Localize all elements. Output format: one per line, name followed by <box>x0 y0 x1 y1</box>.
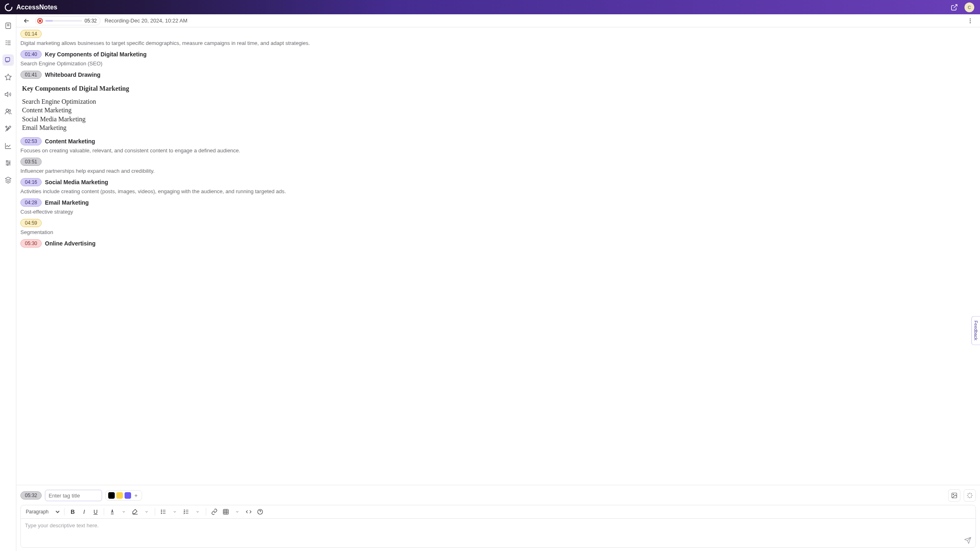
tag-color-picker: + <box>105 490 142 501</box>
more-menu-button[interactable] <box>966 17 974 25</box>
note-entry: 05:30Online Advertising <box>20 239 976 248</box>
note-entry: 02:53Content MarketingFocuses on creatin… <box>20 137 976 154</box>
entry-body: Activities include creating content (pos… <box>20 188 976 194</box>
entry-body: Segmentation <box>20 229 976 235</box>
rail-checklist-icon[interactable] <box>2 37 14 49</box>
rail-recording-icon[interactable] <box>2 54 14 66</box>
table-chevron-icon[interactable] <box>232 507 242 517</box>
image-insert-button[interactable] <box>948 489 960 502</box>
entry-title: Online Advertising <box>45 240 96 247</box>
entry-body: Focuses on creating valuable, relevant, … <box>20 147 976 154</box>
entry-title: Whiteboard Drawing <box>45 71 100 78</box>
notes-list: 01:14Digital marketing allows businesses… <box>16 27 980 485</box>
entry-title: Email Marketing <box>45 199 89 206</box>
svg-point-11 <box>953 494 954 495</box>
timestamp-chip[interactable]: 01:14 <box>20 30 42 38</box>
timestamp-chip[interactable]: 02:53 <box>20 137 42 145</box>
note-subheader: 05:32 Recording-Dec 20, 2024, 10:22 AM <box>16 14 980 27</box>
rail-audio-icon[interactable] <box>2 89 14 100</box>
timestamp-chip[interactable]: 04:28 <box>20 199 42 207</box>
timestamp-chip[interactable]: 04:16 <box>20 178 42 186</box>
svg-point-5 <box>9 163 10 164</box>
note-entry: 01:40Key Components of Digital Marketing… <box>20 50 976 67</box>
svg-point-13 <box>161 511 162 512</box>
timestamp-chip[interactable]: 05:30 <box>20 239 42 248</box>
entry-title: Key Components of Digital Marketing <box>45 51 147 58</box>
svg-point-4 <box>6 161 7 162</box>
avatar-initial: C <box>968 5 971 10</box>
record-stop-icon[interactable] <box>37 18 43 24</box>
recording-time: 05:32 <box>85 18 97 24</box>
note-entry: 04:28Email MarketingCost-effective strat… <box>20 199 976 215</box>
highlight-chevron-icon[interactable] <box>142 507 151 517</box>
underline-button[interactable]: U <box>91 507 100 517</box>
app-topbar: AccessNotes C <box>0 0 980 14</box>
brand-mark-icon <box>4 3 13 12</box>
send-button[interactable] <box>964 537 971 544</box>
note-entry: 04:59Segmentation <box>20 219 976 235</box>
rail-chart-icon[interactable] <box>2 140 14 152</box>
table-button[interactable] <box>221 507 231 517</box>
entry-body: Influencer partnerships help expand reac… <box>20 168 976 174</box>
feedback-tab[interactable]: Feedback <box>971 316 980 345</box>
entry-title: Content Marketing <box>45 138 95 145</box>
add-color-button[interactable]: + <box>133 492 139 499</box>
entry-body: Search Engine Optimization (SEO) <box>20 60 976 67</box>
svg-point-6 <box>7 164 8 165</box>
color-black[interactable] <box>108 492 115 499</box>
note-entry: 03:51Influencer partnerships help expand… <box>20 158 976 174</box>
svg-rect-15 <box>223 509 228 514</box>
help-button[interactable] <box>255 507 265 517</box>
code-button[interactable] <box>244 507 254 517</box>
text-color-button[interactable] <box>107 507 117 517</box>
note-entry: 04:16Social Media MarketingActivities in… <box>20 178 976 194</box>
entry-title: Social Media Marketing <box>45 179 108 185</box>
block-style-select[interactable]: Paragraph <box>24 507 61 517</box>
italic-button[interactable]: I <box>79 507 89 517</box>
color-yellow[interactable] <box>116 492 123 499</box>
whiteboard-capture: Key Components of Digital MarketingSearc… <box>20 81 976 133</box>
text-color-chevron-icon[interactable] <box>119 507 129 517</box>
ordered-list-button[interactable] <box>181 507 191 517</box>
svg-point-2 <box>6 109 8 112</box>
back-button[interactable] <box>22 16 31 25</box>
rail-settings-icon[interactable] <box>2 157 14 169</box>
rail-layers-icon[interactable] <box>2 174 14 186</box>
bold-button[interactable]: B <box>68 507 78 517</box>
rail-notes-icon[interactable] <box>2 20 14 31</box>
entry-body: Digital marketing allows businesses to t… <box>20 40 976 46</box>
svg-point-9 <box>970 22 971 23</box>
timestamp-chip[interactable]: 01:40 <box>20 50 42 58</box>
tag-title-input[interactable] <box>45 490 102 501</box>
svg-point-8 <box>970 20 971 21</box>
editor-toolbar: Paragraph B I U <box>21 505 976 519</box>
recording-progress[interactable] <box>45 20 82 22</box>
ordered-list-chevron-icon[interactable] <box>193 507 203 517</box>
timestamp-chip[interactable]: 04:59 <box>20 219 42 227</box>
user-avatar[interactable]: C <box>964 2 974 12</box>
rail-people-icon[interactable] <box>2 106 14 117</box>
svg-point-3 <box>9 110 11 112</box>
rail-magic-icon[interactable] <box>2 123 14 134</box>
timestamp-chip[interactable]: 01:41 <box>20 71 42 79</box>
compose-timestamp-chip[interactable]: 05:32 <box>20 491 42 500</box>
color-purple[interactable] <box>125 492 131 499</box>
svg-rect-1 <box>5 58 10 61</box>
editor-textarea[interactable]: Type your descriptive text here. <box>21 519 976 547</box>
svg-point-12 <box>161 510 162 510</box>
editor: Paragraph B I U <box>20 505 976 548</box>
recording-control[interactable]: 05:32 <box>35 16 100 25</box>
link-button[interactable] <box>209 507 219 517</box>
feedback-label: Feedback <box>973 321 978 340</box>
highlight-button[interactable] <box>130 507 140 517</box>
editor-placeholder: Type your descriptive text here. <box>25 522 99 529</box>
open-external-button[interactable] <box>949 2 960 13</box>
left-rail <box>0 14 16 551</box>
timestamp-chip[interactable]: 03:51 <box>20 158 42 166</box>
bullet-list-chevron-icon[interactable] <box>170 507 180 517</box>
ai-suggest-button[interactable] <box>964 489 976 502</box>
rail-star-icon[interactable] <box>2 71 14 83</box>
brand-logo: AccessNotes <box>4 3 58 12</box>
svg-point-7 <box>970 18 971 19</box>
bullet-list-button[interactable] <box>158 507 168 517</box>
